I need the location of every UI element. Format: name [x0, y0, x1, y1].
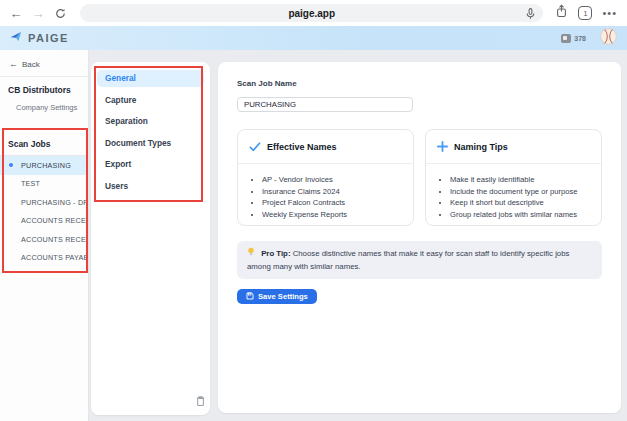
settings-nav: General Capture Separation Document Type… — [91, 62, 210, 195]
browser-forward-icon[interactable]: → — [30, 5, 46, 21]
list-item: Keep it short but descriptive — [450, 198, 601, 207]
microphone-icon[interactable] — [524, 6, 537, 24]
save-icon — [246, 292, 254, 302]
share-icon[interactable] — [555, 4, 568, 22]
delete-job-button[interactable] — [194, 394, 207, 407]
scan-job-name-input[interactable] — [237, 97, 413, 112]
save-settings-label: Save Settings — [258, 292, 308, 301]
list-item: AP - Vendor Invoices — [262, 175, 413, 184]
browser-reload-icon[interactable] — [52, 5, 68, 21]
paige-logo-text: PAIGE — [28, 32, 69, 44]
effective-names-card: Effective Names AP - Vendor Invoices Ins… — [237, 129, 414, 226]
naming-tips-header: Naming Tips — [426, 130, 601, 164]
list-item: Weekly Expense Reports — [262, 210, 413, 219]
save-settings-button[interactable]: Save Settings — [237, 289, 317, 304]
tab-document-types[interactable]: Document Types — [97, 135, 204, 152]
check-icon — [249, 138, 261, 156]
effective-names-header: Effective Names — [238, 130, 413, 164]
org-name: CB Distributors — [0, 77, 88, 95]
naming-tips-title: Naming Tips — [454, 142, 508, 152]
list-item: Make it easily identifiable — [450, 175, 601, 184]
selected-dot-icon — [9, 163, 13, 167]
list-item: Group related jobs with similar names — [450, 210, 601, 219]
info-cards-row: Effective Names AP - Vendor Invoices Ins… — [237, 129, 602, 226]
header-right: 378 — [561, 28, 617, 49]
paige-logo[interactable]: PAIGE — [10, 29, 69, 47]
tab-separation[interactable]: Separation — [97, 113, 204, 130]
pro-tip-text: Choose distinctive names that make it ea… — [247, 249, 569, 271]
paige-logo-icon — [10, 29, 23, 47]
naming-tips-list: Make it easily identifiable Include the … — [450, 175, 601, 219]
effective-names-title: Effective Names — [267, 142, 337, 152]
settings-nav-card: General Capture Separation Document Type… — [91, 62, 210, 415]
back-button[interactable]: ← Back — [0, 50, 88, 77]
general-settings-panel: Scan Job Name Effective Names AP - Vendo… — [218, 62, 621, 413]
app-header: PAIGE 378 — [0, 26, 627, 50]
more-menu-icon[interactable]: ••• — [602, 7, 617, 19]
sidebar-item-accounts-receivable-1[interactable]: ACCOUNTS RECEIV... — [0, 212, 88, 231]
company-settings-link[interactable]: Company Settings — [0, 95, 88, 112]
tab-export[interactable]: Export — [97, 156, 204, 173]
back-arrow-icon: ← — [9, 59, 18, 69]
browser-back-icon[interactable]: ← — [8, 5, 24, 21]
lightbulb-icon — [247, 247, 255, 261]
effective-names-list: AP - Vendor Invoices Insurance Claims 20… — [262, 175, 413, 219]
content-region: ← Back CB Distributors Company Settings … — [0, 50, 627, 421]
trash-icon — [195, 395, 206, 407]
list-item: Include the document type or purpose — [450, 187, 601, 196]
url-text: paige.app — [288, 8, 335, 19]
browser-chrome: ← → paige.app 1 ••• — [0, 0, 627, 26]
left-sidebar: ← Back CB Distributors Company Settings … — [0, 50, 89, 421]
page-count-badge[interactable]: 378 — [561, 34, 586, 43]
url-bar[interactable]: paige.app — [80, 4, 543, 22]
user-avatar[interactable] — [600, 28, 617, 49]
tab-switcher-icon[interactable]: 1 — [578, 6, 592, 20]
sidebar-item-test[interactable]: TEST — [0, 175, 88, 194]
scan-job-name-label: Scan Job Name — [237, 79, 602, 88]
back-label: Back — [22, 60, 40, 69]
sidebar-item-purchasing[interactable]: PURCHASING — [0, 156, 88, 175]
page-count-icon — [561, 34, 571, 43]
tab-users[interactable]: Users — [97, 178, 204, 195]
tab-capture[interactable]: Capture — [97, 92, 204, 109]
sidebar-item-accounts-payable[interactable]: ACCOUNTS PAYABLE — [0, 249, 88, 268]
pro-tip-label: Pro Tip: — [261, 249, 290, 258]
chrome-right-controls: 1 ••• — [555, 4, 619, 22]
list-item: Project Falcon Contracts — [262, 198, 413, 207]
page-count-value: 378 — [574, 35, 586, 42]
plus-icon — [437, 138, 448, 156]
pro-tip-callout: Pro Tip: Choose distinctive names that m… — [237, 241, 602, 279]
sidebar-item-accounts-receivable-2[interactable]: ACCOUNTS RECEIV... — [0, 230, 88, 249]
tab-general[interactable]: General — [97, 70, 204, 87]
list-item: Insurance Claims 2024 — [262, 187, 413, 196]
sidebar-item-purchasing-dr[interactable]: PURCHASING - DR — [0, 193, 88, 212]
scan-jobs-heading: Scan Jobs — [0, 112, 88, 155]
screenshot-root: ← → paige.app 1 ••• PAIGE — [0, 0, 627, 421]
scan-jobs-list: PURCHASING TEST PURCHASING - DR ACCOUNTS… — [0, 156, 88, 267]
naming-tips-card: Naming Tips Make it easily identifiable … — [425, 129, 602, 226]
